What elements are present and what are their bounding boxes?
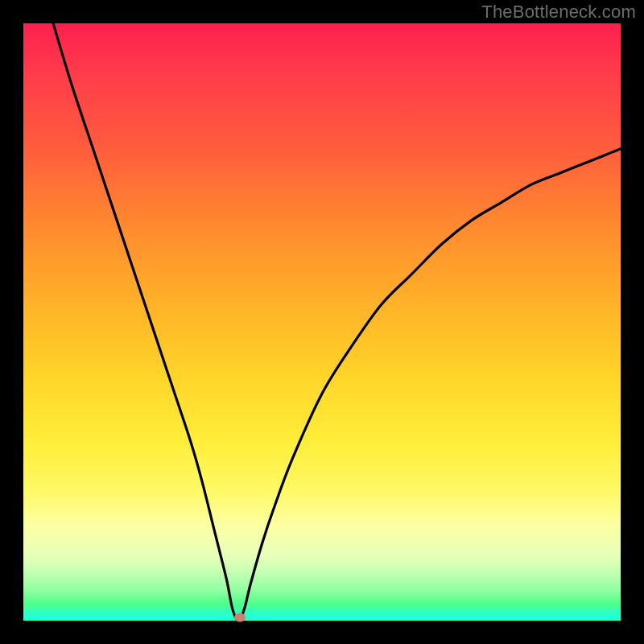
watermark-text: TheBottleneck.com	[481, 2, 636, 23]
bottleneck-curve	[53, 23, 621, 621]
chart-frame: TheBottleneck.com	[0, 0, 644, 644]
plot-area	[23, 23, 621, 621]
curve-svg	[23, 23, 621, 621]
optimal-point-marker	[234, 613, 246, 622]
